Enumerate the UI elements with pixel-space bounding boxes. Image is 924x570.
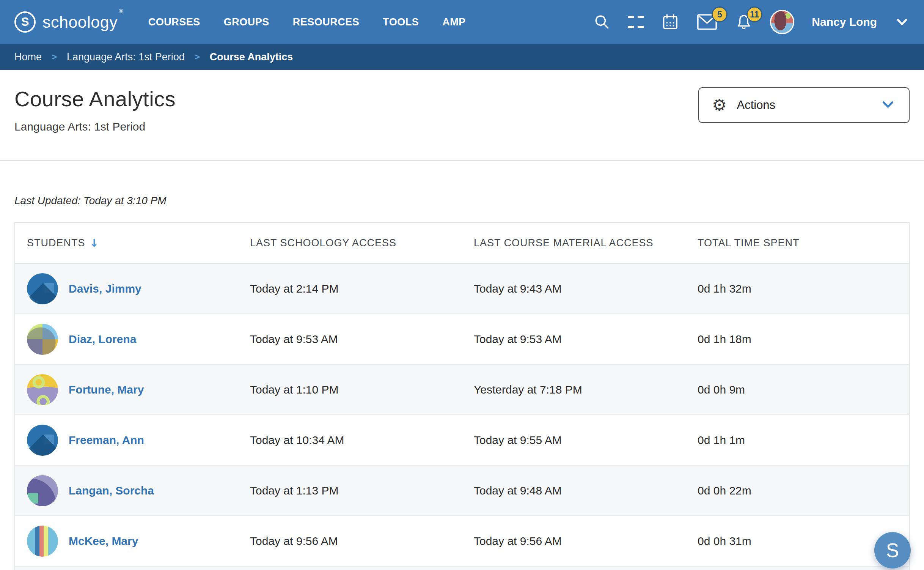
student-name-link[interactable]: McKee, Mary (69, 535, 138, 548)
apps-grid-icon[interactable] (628, 14, 644, 30)
nav-item-resources[interactable]: RESOURCES (293, 16, 360, 28)
student-name-link[interactable]: Langan, Sorcha (69, 484, 154, 497)
logo-wordmark: schoology® (42, 13, 123, 31)
student-name-link[interactable]: Fortune, Mary (69, 383, 144, 396)
gear-icon: ⚙ (712, 97, 727, 113)
total-time-spent-cell: 0d 1h 1m (698, 434, 909, 447)
last-course-material-access-cell: Today at 9:53 AM (474, 333, 698, 346)
actions-button[interactable]: ⚙ Actions (698, 87, 910, 123)
column-header-students[interactable]: STUDENTS ↓ (27, 237, 250, 249)
user-menu-chevron-icon[interactable] (894, 14, 910, 30)
student-cell: Freeman, Ann (27, 425, 250, 456)
breadcrumb-home[interactable]: Home (14, 51, 42, 63)
table-row: Langan, Sorcha Today at 1:13 PM Today at… (15, 466, 909, 516)
table-row: Fortune, Mary Today at 1:10 PM Yesterday… (15, 365, 909, 415)
messages-icon[interactable]: 5 (696, 13, 718, 31)
last-schoology-access-cell: Today at 10:34 AM (250, 434, 474, 447)
total-time-spent-cell: 0d 1h 18m (698, 333, 909, 346)
total-time-spent-cell: 0d 0h 9m (698, 383, 909, 396)
sort-descending-icon: ↓ (90, 237, 99, 249)
student-avatar[interactable] (27, 526, 58, 557)
breadcrumb: Home > Language Arts: 1st Period > Cours… (0, 44, 924, 70)
column-header-total-time-spent[interactable]: TOTAL TIME SPENT (698, 237, 909, 249)
top-nav: S schoology® COURSES GROUPS RESOURCES TO… (0, 0, 924, 44)
schoology-logo[interactable]: S schoology® (14, 11, 123, 33)
student-name-link[interactable]: Diaz, Lorena (69, 333, 136, 346)
user-avatar[interactable] (770, 10, 794, 34)
notifications-badge: 11 (746, 6, 762, 22)
total-time-spent-cell: 0d 0h 22m (698, 484, 909, 497)
last-schoology-access-cell: Today at 9:53 AM (250, 333, 474, 346)
column-header-last-schoology-access[interactable]: LAST SCHOOLOGY ACCESS (250, 237, 474, 249)
table-row: Diaz, Lorena Today at 9:53 AM Today at 9… (15, 314, 909, 365)
table-row-partial (15, 567, 909, 570)
user-name[interactable]: Nancy Long (812, 16, 877, 28)
nav-item-amp[interactable]: AMP (442, 16, 466, 28)
last-schoology-access-cell: Today at 2:14 PM (250, 282, 474, 295)
actions-chevron-down-icon (880, 96, 896, 114)
last-schoology-access-cell: Today at 9:56 AM (250, 535, 474, 548)
student-cell: McKee, Mary (27, 526, 250, 557)
search-icon[interactable] (594, 14, 610, 30)
table-header-row: STUDENTS ↓ LAST SCHOOLOGY ACCESS LAST CO… (15, 223, 909, 264)
last-schoology-access-cell: Today at 1:13 PM (250, 484, 474, 497)
student-cell: Davis, Jimmy (27, 273, 250, 304)
breadcrumb-course[interactable]: Language Arts: 1st Period (67, 51, 185, 63)
nav-item-courses[interactable]: COURSES (148, 16, 200, 28)
last-updated-text: Last Updated: Today at 3:10 PM (0, 161, 924, 207)
primary-nav: COURSES GROUPS RESOURCES TOOLS AMP (148, 16, 466, 28)
nav-item-groups[interactable]: GROUPS (224, 16, 269, 28)
page-header: Course Analytics Language Arts: 1st Peri… (0, 70, 924, 160)
student-cell: Langan, Sorcha (27, 475, 250, 506)
student-avatar[interactable] (27, 425, 58, 456)
last-course-material-access-cell: Today at 9:55 AM (474, 434, 698, 447)
breadcrumb-separator: > (195, 52, 200, 62)
course-analytics-table: STUDENTS ↓ LAST SCHOOLOGY ACCESS LAST CO… (14, 222, 910, 570)
total-time-spent-cell: 0d 1h 32m (698, 282, 909, 295)
table-row: McKee, Mary Today at 9:56 AM Today at 9:… (15, 516, 909, 567)
table-row: Davis, Jimmy Today at 2:14 PM Today at 9… (15, 264, 909, 314)
logo-s: S (21, 15, 29, 29)
schoology-help-fab[interactable]: S (874, 532, 911, 568)
last-schoology-access-cell: Today at 1:10 PM (250, 383, 474, 396)
calendar-icon[interactable] (662, 13, 679, 31)
student-name-link[interactable]: Davis, Jimmy (69, 282, 141, 295)
last-course-material-access-cell: Yesterday at 7:18 PM (474, 383, 698, 396)
student-avatar[interactable] (27, 475, 58, 506)
last-course-material-access-cell: Today at 9:43 AM (474, 282, 698, 295)
column-header-last-course-material-access[interactable]: LAST COURSE MATERIAL ACCESS (474, 237, 698, 249)
student-name-link[interactable]: Freeman, Ann (69, 434, 144, 447)
last-course-material-access-cell: Today at 9:48 AM (474, 484, 698, 497)
nav-utilities: 5 11 Nancy Long (594, 10, 910, 34)
student-cell: Fortune, Mary (27, 374, 250, 405)
breadcrumb-current: Course Analytics (210, 51, 293, 63)
schoology-logo-icon: S (14, 11, 36, 33)
student-avatar[interactable] (27, 324, 58, 355)
student-avatar[interactable] (27, 273, 58, 304)
nav-item-tools[interactable]: TOOLS (383, 16, 419, 28)
student-cell: Diaz, Lorena (27, 324, 250, 355)
student-avatar[interactable] (27, 374, 58, 405)
breadcrumb-separator: > (52, 52, 57, 62)
last-course-material-access-cell: Today at 9:56 AM (474, 535, 698, 548)
table-row: Freeman, Ann Today at 10:34 AM Today at … (15, 415, 909, 466)
notifications-bell-icon[interactable]: 11 (735, 13, 753, 31)
registered-mark: ® (119, 8, 123, 14)
actions-button-label: Actions (737, 98, 775, 112)
messages-badge: 5 (712, 6, 728, 22)
